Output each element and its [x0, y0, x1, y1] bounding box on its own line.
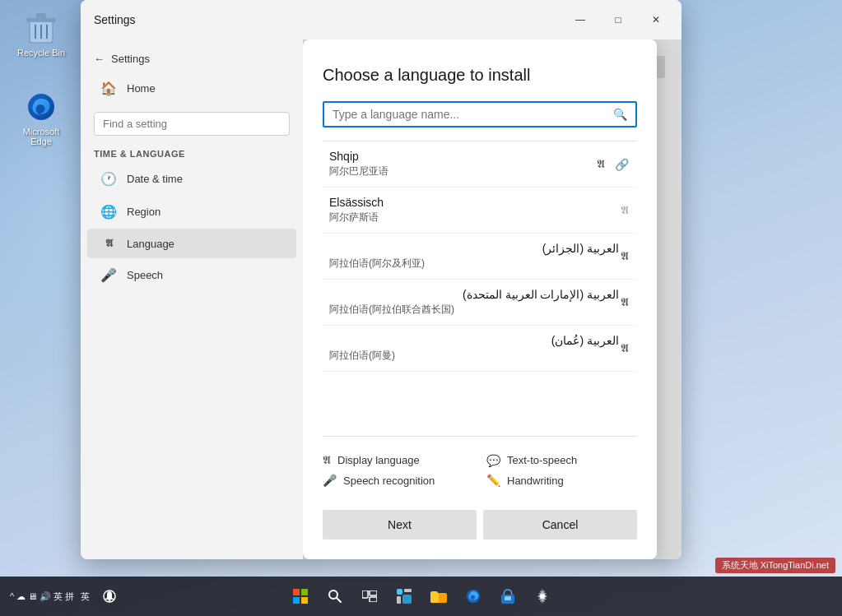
settings-titlebar: Settings — □ ✕ [81, 0, 682, 39]
edge-icon[interactable]: Microsoft Edge [12, 90, 71, 146]
language-item-elsassisch[interactable]: Elsässisch 阿尔萨斯语 𝕬 [323, 188, 637, 234]
lang-native-arabic-algeria: 阿拉伯语(阿尔及利亚) [329, 257, 619, 271]
taskbar-right: ^ ☁ 🖥 🔊 英 拼 英 [10, 583, 123, 609]
svg-rect-19 [402, 595, 412, 604]
dialog-buttons: Next Cancel [323, 510, 637, 540]
store-button[interactable] [493, 581, 523, 611]
settings-window-title: Settings [94, 13, 136, 26]
speech-recognition-label: Speech recognition [343, 475, 435, 487]
settings-taskbar-button[interactable] [528, 581, 557, 611]
link-icon-shqip: 🔗 [613, 156, 630, 173]
close-button[interactable]: ✕ [637, 7, 675, 33]
svg-rect-22 [430, 591, 438, 595]
language-item-arabic-algeria[interactable]: العربية (الجزائر) 阿拉伯语(阿尔及利亚) 𝕬 [323, 234, 637, 280]
find-setting-input[interactable] [94, 112, 290, 136]
lang-native-arabic-oman: 阿拉伯语(阿曼) [329, 349, 619, 363]
lang-native-elsassisch: 阿尔萨斯语 [329, 211, 619, 225]
svg-rect-15 [370, 597, 377, 602]
region-label: Region [127, 206, 160, 218]
dialog-title: Choose a language to install [323, 66, 637, 85]
settings-sidebar: ← Settings 🏠 Home Time & Language 🕐 Date… [81, 39, 303, 559]
system-tray-icons: ^ ☁ 🖥 🔊 英 拼 [10, 591, 74, 603]
section-title: Time & Language [81, 142, 303, 162]
language-icon: 𝕬 [100, 237, 117, 250]
sidebar-item-date-time[interactable]: 🕐 Date & time [87, 163, 296, 195]
svg-rect-25 [505, 596, 511, 600]
svg-line-12 [337, 598, 341, 602]
display-lang-feature-icon: 𝕬 [323, 453, 331, 467]
language-item-shqip[interactable]: Shqip 阿尔巴尼亚语 𝕬 🔗 [323, 141, 637, 188]
time-display: 英 [81, 591, 90, 603]
tts-feature-icon: 💬 [486, 454, 500, 467]
sidebar-item-speech[interactable]: 🎤 Speech [87, 259, 296, 291]
settings-body: ← Settings 🏠 Home Time & Language 🕐 Date… [81, 39, 682, 559]
sidebar-item-home[interactable]: 🏠 Home [87, 72, 296, 104]
explorer-button[interactable] [424, 581, 454, 611]
svg-rect-16 [397, 589, 402, 595]
settings-main: Options Remove 𝕬 💬 🎤 ✏️ abc Choose a lan… [303, 39, 682, 559]
handwriting-feature-icon: ✏️ [486, 474, 500, 487]
date-time-label: Date & time [127, 173, 183, 185]
region-icon: 🌐 [100, 204, 117, 220]
language-search-input[interactable] [333, 108, 613, 121]
edge-taskbar-button[interactable] [458, 581, 488, 611]
maximize-button[interactable]: □ [599, 7, 637, 33]
watermark: 系统天地 XiTongTianDi.net [715, 558, 835, 573]
tts-label: Text-to-speech [507, 454, 577, 466]
feature-display-language: 𝕬 Display language [323, 453, 473, 467]
language-list: Shqip 阿尔巴尼亚语 𝕬 🔗 Elsässisch [323, 141, 637, 436]
lang-native-arabic-uae: 阿拉伯语(阿拉伯联合酋长国) [329, 303, 619, 317]
search-box: 🔍 [323, 101, 637, 127]
display-icon-elsassisch: 𝕬 [619, 201, 630, 219]
feature-handwriting: ✏️ Handwriting [486, 474, 637, 487]
back-arrow-icon: ← [94, 53, 105, 65]
settings-window: Settings — □ ✕ ← Settings 🏠 Home Time & … [81, 0, 682, 559]
svg-rect-7 [293, 589, 300, 595]
lang-name-shqip: Shqip [329, 150, 595, 163]
display-icon-arabic-uae: 𝕬 [619, 294, 630, 311]
back-button[interactable]: ← Settings [81, 46, 303, 72]
cancel-button[interactable]: Cancel [483, 510, 637, 540]
lang-name-arabic-algeria: العربية (الجزائر) [329, 242, 619, 255]
notification-center[interactable] [96, 583, 123, 609]
search-button[interactable] [320, 581, 350, 611]
lang-name-arabic-oman: العربية (عُمان) [329, 334, 619, 347]
lang-native-shqip: 阿尔巴尼亚语 [329, 164, 595, 178]
lang-name-arabic-uae: العربية (الإمارات العربية المتحدة) [329, 288, 619, 301]
svg-rect-10 [301, 597, 308, 604]
home-icon: 🏠 [100, 81, 117, 96]
titlebar-controls: — □ ✕ [561, 7, 675, 33]
handwriting-label: Handwriting [507, 475, 564, 487]
next-button[interactable]: Next [323, 510, 477, 540]
recycle-bin-icon[interactable]: Recycle Bin [12, 12, 71, 58]
home-label: Home [127, 82, 156, 95]
dialog-overlay: Choose a language to install 🔍 Shqip 阿尔巴… [303, 39, 682, 559]
speech-icon: 🎤 [100, 267, 117, 283]
svg-rect-9 [293, 597, 300, 604]
sidebar-item-region[interactable]: 🌐 Region [87, 196, 296, 228]
edge-label: Microsoft Edge [12, 127, 71, 146]
svg-rect-14 [370, 591, 377, 595]
svg-rect-18 [397, 596, 401, 604]
svg-rect-8 [301, 589, 308, 595]
settings-label: Settings [111, 53, 150, 65]
language-item-arabic-oman[interactable]: العربية (عُمان) 阿拉伯语(阿曼) 𝕬 [323, 326, 637, 372]
taskbar-center [286, 581, 557, 611]
widgets-button[interactable] [389, 581, 419, 611]
display-icon-arabic-algeria: 𝕬 [619, 248, 630, 265]
taskbar: ^ ☁ 🖥 🔊 英 拼 英 [0, 577, 842, 616]
date-time-icon: 🕐 [100, 171, 117, 187]
minimize-button[interactable]: — [561, 7, 599, 33]
taskbar-clock: 英 [81, 591, 90, 603]
display-lang-icon-shqip: 𝕬 [595, 155, 607, 173]
svg-point-6 [28, 94, 54, 120]
search-icon: 🔍 [613, 108, 627, 121]
task-view-button[interactable] [355, 581, 384, 611]
feature-speech-recognition: 🎤 Speech recognition [323, 474, 473, 487]
lang-name-elsassisch: Elsässisch [329, 196, 619, 209]
language-item-arabic-uae[interactable]: العربية (الإمارات العربية المتحدة) 阿拉伯语(… [323, 280, 637, 326]
start-button[interactable] [286, 581, 315, 611]
sidebar-item-language[interactable]: 𝕬 Language [87, 229, 296, 258]
speech-recognition-feature-icon: 🎤 [323, 474, 337, 487]
svg-rect-17 [404, 589, 412, 592]
